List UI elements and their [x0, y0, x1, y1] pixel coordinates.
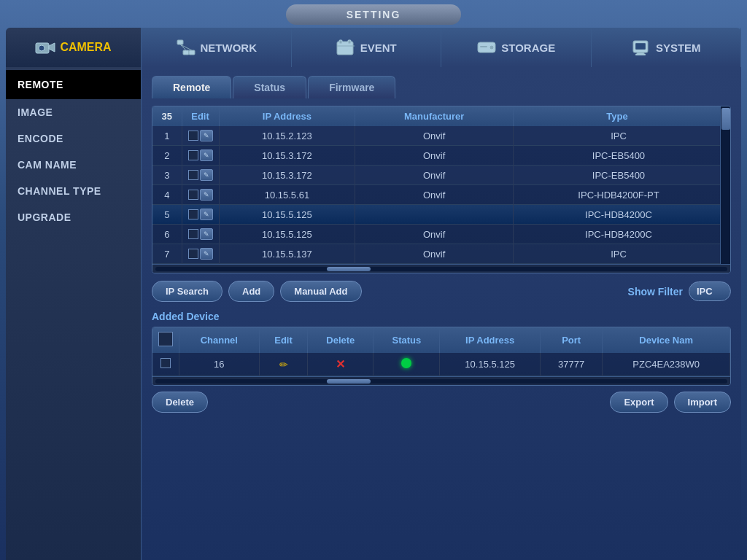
row-edit-btn[interactable]: ✎: [200, 248, 213, 260]
h-scrollbar-thumb[interactable]: [327, 267, 371, 271]
tab-status[interactable]: Status: [233, 76, 306, 98]
h-scrollbar[interactable]: [152, 264, 730, 273]
row-ip: 10.15.2.123: [219, 126, 355, 146]
sidebar-item-encode[interactable]: ENCODE: [6, 125, 141, 152]
row-checkbox[interactable]: [188, 249, 198, 259]
row-edit-btn[interactable]: ✎: [200, 189, 213, 201]
row-num: 5: [152, 205, 182, 225]
v-scrollbar[interactable]: [720, 106, 730, 264]
added-scrollbar-thumb[interactable]: [327, 379, 371, 384]
svg-point-2: [39, 45, 44, 51]
row-edit-btn[interactable]: ✎: [200, 209, 213, 220]
added-col-edit: Edit: [259, 327, 308, 353]
svg-line-7: [180, 44, 192, 50]
row-edit[interactable]: ✎: [182, 146, 219, 166]
sidebar-item-cam-name[interactable]: CAM NAME: [6, 152, 141, 178]
status-indicator: [401, 358, 411, 368]
nav-system[interactable]: SYSTEM: [592, 28, 742, 67]
added-row-edit[interactable]: ✏: [259, 353, 308, 376]
device-table-row[interactable]: 1 ✎ 10.15.2.123 Onvif IPC: [152, 126, 730, 146]
added-table-row[interactable]: 16 ✏ ✕ 10.15.5.125 37777 PZC4EA238W0: [152, 353, 730, 376]
nav-storage[interactable]: STORAGE: [441, 28, 592, 67]
added-col-channel: Channel: [179, 327, 260, 353]
row-edit[interactable]: ✎: [182, 205, 219, 225]
row-select-checkbox[interactable]: [160, 358, 171, 368]
added-table: Channel Edit Delete Status IP Address: [152, 327, 730, 376]
tab-remote[interactable]: Remote: [152, 76, 231, 98]
nav-event-label: EVENT: [360, 42, 397, 54]
sidebar-item-image[interactable]: IMAGE: [6, 99, 141, 125]
row-edit-btn[interactable]: ✎: [200, 169, 213, 181]
manual-add-button[interactable]: Manual Add: [280, 281, 361, 302]
action-row: IP Search Add Manual Add Show Filter IPC…: [152, 281, 731, 302]
edit-pencil-icon[interactable]: ✏: [279, 359, 288, 370]
row-checkbox[interactable]: [188, 170, 198, 180]
add-button[interactable]: Add: [228, 281, 274, 302]
row-type: IPC-HDB4200F-PT: [513, 185, 729, 205]
device-table: 35 Edit IP Address Manufacturer Type: [152, 106, 730, 264]
row-checkbox[interactable]: [188, 131, 198, 141]
row-manufacturer: Onvif: [355, 166, 514, 185]
sidebar-item-upgrade[interactable]: UPGRADE: [6, 204, 141, 230]
device-table-header: 35 Edit IP Address Manufacturer Type: [152, 106, 730, 126]
sidebar: REMOTE IMAGE ENCODE CAM NAME CHANNEL TYP…: [6, 67, 142, 560]
row-checkbox[interactable]: [188, 190, 198, 200]
export-button[interactable]: Export: [610, 392, 667, 413]
row-edit-btn[interactable]: ✎: [200, 149, 213, 161]
added-row-delete[interactable]: ✕: [308, 353, 374, 376]
device-table-row[interactable]: 3 ✎ 10.15.3.172 Onvif IPC-EB5400: [152, 166, 730, 185]
svg-point-13: [489, 45, 494, 50]
row-edit-btn[interactable]: ✎: [200, 228, 213, 240]
device-table-row[interactable]: 6 ✎ 10.15.5.125 Onvif IPC-HDB4200C: [152, 225, 730, 244]
added-h-scrollbar[interactable]: [152, 376, 730, 385]
row-checkbox[interactable]: [188, 150, 198, 160]
sidebar-item-channel-type[interactable]: CHANNEL TYPE: [6, 178, 141, 204]
row-type: IPC-HDB4200C: [513, 225, 729, 244]
device-table-row[interactable]: 4 ✎ 10.15.5.61 Onvif IPC-HDB4200F-PT: [152, 185, 730, 205]
row-edit-btn[interactable]: ✎: [200, 130, 213, 141]
svg-rect-5: [189, 50, 195, 55]
delete-button[interactable]: Delete: [152, 392, 208, 413]
added-row-port: 37777: [540, 353, 602, 376]
delete-x-icon[interactable]: ✕: [336, 358, 345, 370]
top-nav: CAMERA NETWORK EVENT STORAGE: [6, 28, 741, 67]
row-edit[interactable]: ✎: [182, 185, 219, 205]
v-scrollbar-thumb[interactable]: [721, 108, 730, 130]
added-scrollbar-track: [155, 379, 727, 384]
row-type: IPC: [513, 244, 729, 264]
row-checkbox[interactable]: [188, 229, 198, 239]
main-area: REMOTE IMAGE ENCODE CAM NAME CHANNEL TYP…: [6, 67, 741, 560]
row-edit[interactable]: ✎: [182, 244, 219, 264]
row-edit[interactable]: ✎: [182, 126, 219, 146]
added-row-check[interactable]: [152, 353, 179, 376]
added-col-port: Port: [540, 327, 602, 353]
added-row-device-name: PZC4EA238W0: [603, 353, 730, 376]
nav-event[interactable]: EVENT: [292, 28, 442, 67]
device-table-row[interactable]: 5 ✎ 10.15.5.125 IPC-HDB4200C: [152, 205, 730, 225]
device-table-row[interactable]: 7 ✎ 10.15.5.137 Onvif IPC: [152, 244, 730, 264]
added-col-delete: Delete: [308, 327, 374, 353]
sidebar-item-remote[interactable]: REMOTE: [6, 70, 141, 99]
added-row-ip: 10.15.5.125: [440, 353, 541, 376]
added-col-device-name: Device Nam: [603, 327, 730, 353]
row-ip: 10.15.5.137: [219, 244, 355, 264]
added-row-status: [374, 353, 440, 376]
row-checkbox[interactable]: [188, 209, 198, 219]
col-edit: Edit: [182, 106, 219, 126]
title-bar: SETTING: [286, 4, 461, 25]
row-edit[interactable]: ✎: [182, 166, 219, 185]
import-button[interactable]: Import: [674, 392, 731, 413]
nav-network[interactable]: NETWORK: [142, 28, 292, 67]
row-edit[interactable]: ✎: [182, 225, 219, 244]
select-all-checkbox[interactable]: [158, 332, 173, 346]
nav-camera[interactable]: CAMERA: [6, 28, 142, 67]
added-col-ip: IP Address: [440, 327, 541, 353]
nav-network-label: NETWORK: [201, 42, 258, 54]
added-device-label: Added Device: [152, 311, 731, 322]
row-ip: 10.15.3.172: [219, 166, 355, 185]
row-num: 2: [152, 146, 182, 166]
ip-search-button[interactable]: IP Search: [152, 281, 222, 302]
device-table-row[interactable]: 2 ✎ 10.15.3.172 Onvif IPC-EB5400: [152, 146, 730, 166]
tab-firmware[interactable]: Firmware: [308, 76, 395, 98]
filter-select[interactable]: IPC All: [689, 281, 731, 301]
